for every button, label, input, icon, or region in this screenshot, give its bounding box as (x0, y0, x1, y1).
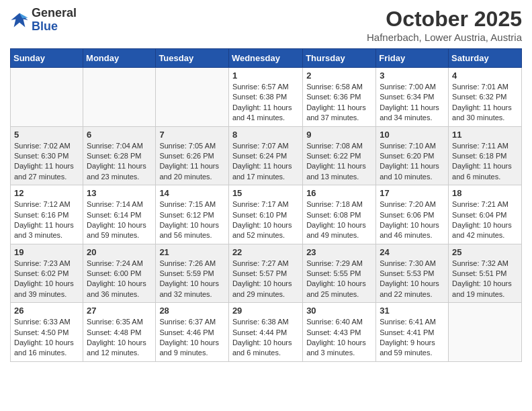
day-info: Sunrise: 7:00 AM Sunset: 6:34 PM Dayligh… (380, 82, 445, 124)
day-number: 17 (380, 188, 445, 198)
table-row: 8Sunrise: 7:07 AM Sunset: 6:24 PM Daylig… (228, 126, 302, 185)
col-sunday: Sunday (11, 49, 83, 68)
day-number: 22 (232, 247, 299, 257)
day-number: 11 (452, 130, 518, 140)
calendar-header-row: Sunday Monday Tuesday Wednesday Thursday… (11, 49, 522, 68)
table-row: 19Sunrise: 7:23 AM Sunset: 6:02 PM Dayli… (11, 244, 83, 303)
day-number: 31 (380, 306, 445, 316)
day-number: 2 (306, 71, 372, 81)
day-number: 28 (159, 306, 225, 316)
day-info: Sunrise: 7:15 AM Sunset: 6:12 PM Dayligh… (159, 199, 225, 241)
table-row: 1Sunrise: 6:57 AM Sunset: 6:38 PM Daylig… (228, 68, 302, 127)
day-number: 25 (452, 247, 518, 257)
col-friday: Friday (376, 49, 449, 68)
table-row: 13Sunrise: 7:14 AM Sunset: 6:14 PM Dayli… (83, 185, 156, 244)
table-row: 7Sunrise: 7:05 AM Sunset: 6:26 PM Daylig… (156, 126, 229, 185)
day-info: Sunrise: 6:38 AM Sunset: 4:44 PM Dayligh… (232, 317, 299, 359)
table-row: 21Sunrise: 7:26 AM Sunset: 5:59 PM Dayli… (156, 244, 229, 303)
logo-text: General Blue (32, 7, 77, 34)
logo-blue-text: Blue (32, 20, 77, 34)
col-monday: Monday (83, 49, 156, 68)
table-row: 16Sunrise: 7:18 AM Sunset: 6:08 PM Dayli… (303, 185, 376, 244)
day-info: Sunrise: 6:35 AM Sunset: 4:48 PM Dayligh… (87, 317, 152, 359)
day-number: 20 (87, 247, 152, 257)
table-row: 25Sunrise: 7:32 AM Sunset: 5:51 PM Dayli… (449, 244, 522, 303)
day-info: Sunrise: 6:58 AM Sunset: 6:36 PM Dayligh… (306, 82, 372, 124)
calendar-week-row: 1Sunrise: 6:57 AM Sunset: 6:38 PM Daylig… (11, 68, 522, 127)
day-info: Sunrise: 7:29 AM Sunset: 5:55 PM Dayligh… (306, 259, 372, 300)
table-row: 15Sunrise: 7:17 AM Sunset: 6:10 PM Dayli… (228, 185, 302, 244)
day-number: 7 (159, 130, 225, 140)
day-number: 24 (380, 247, 445, 257)
table-row: 6Sunrise: 7:04 AM Sunset: 6:28 PM Daylig… (83, 126, 156, 185)
day-info: Sunrise: 7:17 AM Sunset: 6:10 PM Dayligh… (232, 199, 299, 241)
page-container: General Blue October 2025 Hafnerbach, Lo… (0, 0, 532, 369)
month-title: October 2025 (367, 7, 522, 32)
table-row: 18Sunrise: 7:21 AM Sunset: 6:04 PM Dayli… (449, 185, 522, 244)
table-row: 12Sunrise: 7:12 AM Sunset: 6:16 PM Dayli… (11, 185, 83, 244)
day-info: Sunrise: 7:20 AM Sunset: 6:06 PM Dayligh… (380, 199, 445, 241)
table-row: 17Sunrise: 7:20 AM Sunset: 6:06 PM Dayli… (376, 185, 449, 244)
table-row: 5Sunrise: 7:02 AM Sunset: 6:30 PM Daylig… (11, 126, 83, 185)
table-row (156, 68, 229, 127)
table-row: 22Sunrise: 7:27 AM Sunset: 5:57 PM Dayli… (228, 244, 302, 303)
col-tuesday: Tuesday (156, 49, 229, 68)
day-info: Sunrise: 7:10 AM Sunset: 6:20 PM Dayligh… (380, 141, 445, 183)
day-number: 6 (87, 130, 152, 140)
calendar-week-row: 5Sunrise: 7:02 AM Sunset: 6:30 PM Daylig… (11, 126, 522, 185)
day-info: Sunrise: 7:23 AM Sunset: 6:02 PM Dayligh… (14, 259, 79, 300)
table-row: 9Sunrise: 7:08 AM Sunset: 6:22 PM Daylig… (303, 126, 376, 185)
day-info: Sunrise: 7:32 AM Sunset: 5:51 PM Dayligh… (452, 259, 518, 300)
day-info: Sunrise: 7:04 AM Sunset: 6:28 PM Dayligh… (87, 141, 152, 183)
day-number: 9 (306, 130, 372, 140)
col-wednesday: Wednesday (228, 49, 302, 68)
day-number: 15 (232, 188, 299, 198)
table-row: 23Sunrise: 7:29 AM Sunset: 5:55 PM Dayli… (303, 244, 376, 303)
calendar-week-row: 26Sunrise: 6:33 AM Sunset: 4:50 PM Dayli… (11, 303, 522, 362)
table-row (83, 68, 156, 127)
day-number: 30 (306, 306, 372, 316)
logo-icon (10, 11, 29, 30)
day-number: 16 (306, 188, 372, 198)
day-number: 29 (232, 306, 299, 316)
day-info: Sunrise: 7:07 AM Sunset: 6:24 PM Dayligh… (232, 141, 299, 183)
calendar-week-row: 19Sunrise: 7:23 AM Sunset: 6:02 PM Dayli… (11, 244, 522, 303)
day-number: 21 (159, 247, 225, 257)
day-info: Sunrise: 6:37 AM Sunset: 4:46 PM Dayligh… (159, 317, 225, 359)
day-number: 3 (380, 71, 445, 81)
day-info: Sunrise: 6:33 AM Sunset: 4:50 PM Dayligh… (14, 317, 79, 359)
day-info: Sunrise: 7:27 AM Sunset: 5:57 PM Dayligh… (232, 259, 299, 300)
day-info: Sunrise: 7:12 AM Sunset: 6:16 PM Dayligh… (14, 199, 79, 241)
day-number: 26 (14, 306, 79, 316)
day-info: Sunrise: 7:02 AM Sunset: 6:30 PM Dayligh… (14, 141, 79, 183)
day-info: Sunrise: 7:11 AM Sunset: 6:18 PM Dayligh… (452, 141, 518, 183)
table-row: 10Sunrise: 7:10 AM Sunset: 6:20 PM Dayli… (376, 126, 449, 185)
table-row: 28Sunrise: 6:37 AM Sunset: 4:46 PM Dayli… (156, 303, 229, 362)
day-info: Sunrise: 7:01 AM Sunset: 6:32 PM Dayligh… (452, 82, 518, 124)
table-row: 26Sunrise: 6:33 AM Sunset: 4:50 PM Dayli… (11, 303, 83, 362)
day-info: Sunrise: 6:41 AM Sunset: 4:41 PM Dayligh… (380, 317, 445, 359)
svg-marker-0 (11, 13, 28, 27)
table-row: 14Sunrise: 7:15 AM Sunset: 6:12 PM Dayli… (156, 185, 229, 244)
page-header: General Blue October 2025 Hafnerbach, Lo… (10, 7, 522, 43)
day-info: Sunrise: 6:57 AM Sunset: 6:38 PM Dayligh… (232, 82, 299, 124)
calendar-week-row: 12Sunrise: 7:12 AM Sunset: 6:16 PM Dayli… (11, 185, 522, 244)
day-number: 1 (232, 71, 299, 81)
day-number: 4 (452, 71, 518, 81)
table-row (449, 303, 522, 362)
table-row: 31Sunrise: 6:41 AM Sunset: 4:41 PM Dayli… (376, 303, 449, 362)
day-info: Sunrise: 7:05 AM Sunset: 6:26 PM Dayligh… (159, 141, 225, 183)
day-number: 18 (452, 188, 518, 198)
day-number: 27 (87, 306, 152, 316)
table-row: 29Sunrise: 6:38 AM Sunset: 4:44 PM Dayli… (228, 303, 302, 362)
title-section: October 2025 Hafnerbach, Lower Austria, … (367, 7, 522, 43)
table-row: 30Sunrise: 6:40 AM Sunset: 4:43 PM Dayli… (303, 303, 376, 362)
col-saturday: Saturday (449, 49, 522, 68)
day-number: 10 (380, 130, 445, 140)
day-number: 14 (159, 188, 225, 198)
col-thursday: Thursday (303, 49, 376, 68)
table-row: 20Sunrise: 7:24 AM Sunset: 6:00 PM Dayli… (83, 244, 156, 303)
table-row: 4Sunrise: 7:01 AM Sunset: 6:32 PM Daylig… (449, 68, 522, 127)
day-info: Sunrise: 7:24 AM Sunset: 6:00 PM Dayligh… (87, 259, 152, 300)
calendar-table: Sunday Monday Tuesday Wednesday Thursday… (10, 48, 522, 362)
